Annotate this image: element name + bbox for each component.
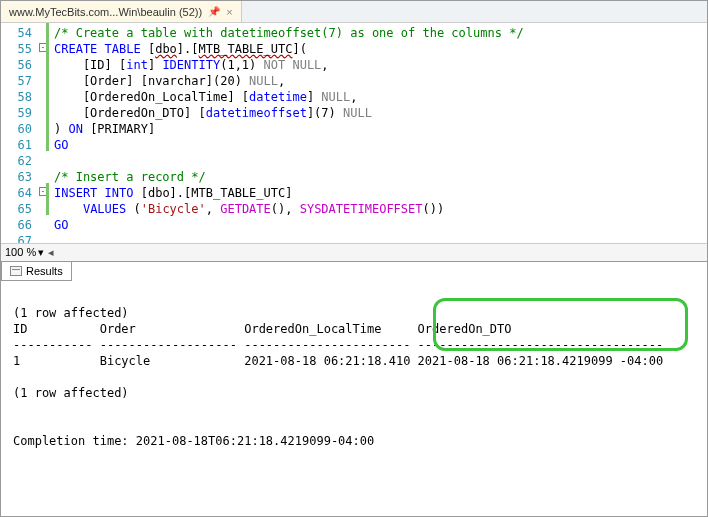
line-marker xyxy=(36,87,50,103)
line-number: 58 xyxy=(1,89,32,105)
line-marker xyxy=(36,135,50,151)
code-line[interactable]: GO xyxy=(54,217,524,233)
chevron-down-icon: ▾ xyxy=(38,246,44,259)
code-line[interactable]: VALUES ('Bicycle', GETDATE(), SYSDATETIM… xyxy=(54,201,524,217)
code-line[interactable]: ) ON [PRIMARY] xyxy=(54,121,524,137)
highlight-annotation xyxy=(433,298,688,351)
line-number: 61 xyxy=(1,137,32,153)
results-icon xyxy=(10,266,22,276)
document-tab[interactable]: www.MyTecBits.com...Win\beaulin (52)) 📌 … xyxy=(1,1,242,22)
code-area[interactable]: /* Create a table with datetimeoffset(7)… xyxy=(50,23,524,243)
results-tab[interactable]: Results xyxy=(1,262,72,281)
code-line[interactable]: [ID] [int] IDENTITY(1,1) NOT NULL, xyxy=(54,57,524,73)
code-editor[interactable]: 5455565758596061626364656667686970 -- /*… xyxy=(1,23,707,243)
code-line[interactable] xyxy=(54,233,524,243)
pin-icon[interactable]: 📌 xyxy=(208,6,220,17)
line-marker xyxy=(36,23,50,39)
results-row: 1 Bicycle 2021-08-18 06:21:18.410 2021-0… xyxy=(13,354,663,368)
code-line[interactable]: INSERT INTO [dbo].[MTB_TABLE_UTC] xyxy=(54,185,524,201)
line-marker xyxy=(36,71,50,87)
line-number: 59 xyxy=(1,105,32,121)
line-marker: - xyxy=(36,183,50,199)
line-number: 57 xyxy=(1,73,32,89)
close-icon[interactable]: × xyxy=(226,6,232,18)
code-line[interactable]: /* Create a table with datetimeoffset(7)… xyxy=(54,25,524,41)
line-number: 66 xyxy=(1,217,32,233)
tab-title: www.MyTecBits.com...Win\beaulin (52)) xyxy=(9,6,202,18)
line-marker: - xyxy=(36,39,50,55)
zoom-dropdown[interactable]: 100 % ▾ xyxy=(5,246,44,259)
line-marker xyxy=(36,103,50,119)
line-marker xyxy=(36,199,50,215)
line-number: 54 xyxy=(1,25,32,41)
line-marker xyxy=(36,231,50,243)
line-marker xyxy=(36,167,50,183)
results-pane[interactable]: (1 row affected) ID Order OrderedOn_Loca… xyxy=(1,281,707,517)
results-tab-bar: Results xyxy=(1,261,707,281)
zoom-value: 100 % xyxy=(5,246,36,258)
code-line[interactable] xyxy=(54,153,524,169)
line-marker xyxy=(36,119,50,135)
line-number: 65 xyxy=(1,201,32,217)
zoom-bar: 100 % ▾ ◂ xyxy=(1,243,707,261)
line-marker xyxy=(36,55,50,71)
results-tab-label: Results xyxy=(26,265,63,277)
line-marker xyxy=(36,215,50,231)
rows-affected-2: (1 row affected) xyxy=(13,386,129,400)
line-number: 56 xyxy=(1,57,32,73)
line-number: 55 xyxy=(1,41,32,57)
rows-affected-1: (1 row affected) xyxy=(13,306,129,320)
scroll-left-icon[interactable]: ◂ xyxy=(48,246,54,259)
line-number: 64 xyxy=(1,185,32,201)
line-number: 60 xyxy=(1,121,32,137)
code-line[interactable]: [Order] [nvarchar](20) NULL, xyxy=(54,73,524,89)
code-line[interactable]: [OrderedOn_LocalTime] [datetime] NULL, xyxy=(54,89,524,105)
completion-time: Completion time: 2021-08-18T06:21:18.421… xyxy=(13,434,374,448)
line-number: 67 xyxy=(1,233,32,243)
code-line[interactable]: [OrderedOn_DTO] [datetimeoffset](7) NULL xyxy=(54,105,524,121)
line-marker xyxy=(36,151,50,167)
code-line[interactable]: CREATE TABLE [dbo].[MTB_TABLE_UTC]( xyxy=(54,41,524,57)
line-number-gutter: 5455565758596061626364656667686970 xyxy=(1,23,36,243)
tab-bar: www.MyTecBits.com...Win\beaulin (52)) 📌 … xyxy=(1,1,707,23)
line-number: 63 xyxy=(1,169,32,185)
line-number: 62 xyxy=(1,153,32,169)
code-line[interactable]: /* Insert a record */ xyxy=(54,169,524,185)
marker-column: -- xyxy=(36,23,50,243)
code-line[interactable]: GO xyxy=(54,137,524,153)
